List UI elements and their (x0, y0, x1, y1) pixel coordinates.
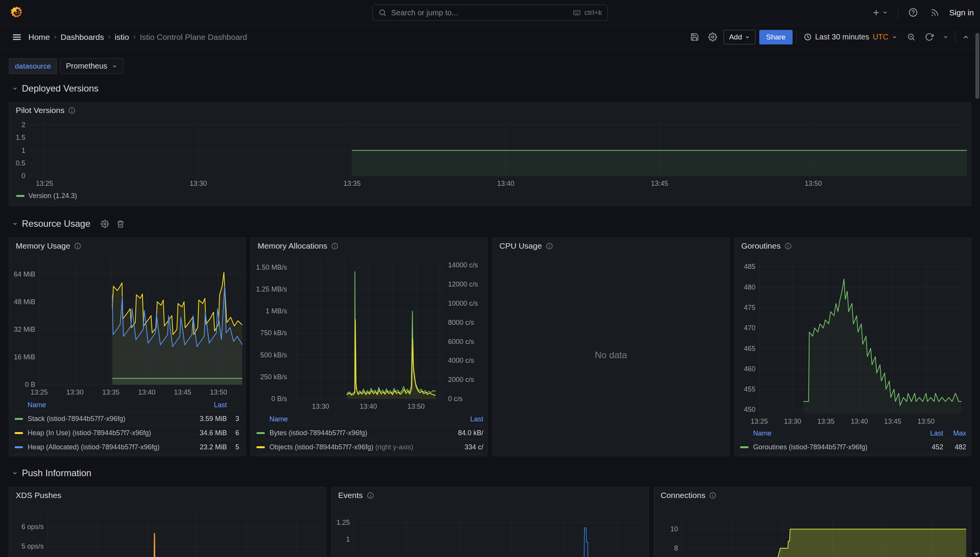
scrollbar-down-arrow[interactable] (974, 553, 979, 556)
legend-swatch (15, 432, 23, 434)
legend-header: NameLast (256, 413, 483, 426)
svg-text:250 kB/s: 250 kB/s (260, 373, 287, 381)
row-delete-button[interactable] (115, 219, 126, 229)
refresh-button[interactable] (922, 30, 936, 44)
panel-header[interactable]: CPU Usage (493, 238, 729, 254)
time-range-picker[interactable]: Last 30 minutes UTC (801, 30, 900, 44)
info-icon[interactable] (709, 492, 716, 499)
collapse-toolbar-button[interactable] (959, 31, 972, 44)
svg-text:13:30: 13:30 (784, 418, 801, 425)
legend-item[interactable]: Heap (Allocated) (istiod-78944b57f7-x96f… (15, 440, 241, 454)
section-resource-usage[interactable]: Resource Usage (9, 218, 971, 229)
variable-label: datasource (9, 58, 57, 74)
info-icon[interactable] (68, 107, 76, 114)
svg-text:48 MiB: 48 MiB (14, 298, 35, 306)
info-icon[interactable] (785, 242, 792, 250)
legend-item[interactable]: Bytes (istiod-78944b57f7-x96fg)84.0 kB/ (256, 426, 483, 440)
svg-text:0 B: 0 B (25, 381, 35, 388)
legend-last-value: 452 (910, 443, 943, 451)
chevron-down-icon (112, 64, 117, 69)
pilot-versions-legend[interactable]: Version (1.24.3) (9, 189, 971, 206)
legend-swatch (15, 446, 23, 448)
chevron-down-icon (12, 85, 18, 92)
panel-header[interactable]: Events (332, 487, 648, 503)
panel-memory-allocations: Memory Allocations 13:3013:4013:501.50 M… (251, 238, 488, 456)
svg-text:13:25: 13:25 (750, 418, 768, 425)
top-nav: Search or jump to... ctrl+k (0, 0, 980, 25)
datasource-select[interactable]: Prometheus (60, 58, 123, 74)
svg-text:1: 1 (346, 536, 350, 543)
panel-header[interactable]: Memory Usage (9, 238, 245, 254)
section-deployed-versions[interactable]: Deployed Versions (9, 83, 971, 94)
panel-header[interactable]: Goroutines (735, 238, 971, 254)
save-dashboard-button[interactable] (688, 30, 702, 44)
grafana-logo[interactable] (10, 6, 24, 20)
refresh-interval-button[interactable] (940, 31, 951, 43)
panel-header[interactable]: Pilot Versions (9, 103, 971, 118)
time-range-label: Last 30 minutes (815, 33, 869, 41)
goroutines-legend: NameLastMaxGoroutines (istiod-78944b57f7… (735, 427, 971, 456)
svg-text:13:40: 13:40 (138, 388, 155, 396)
connections-chart[interactable]: 13:2513:3013:3513:4013:4513:50108 (654, 503, 971, 557)
svg-text:13:25: 13:25 (30, 388, 48, 396)
dashboard-settings-button[interactable] (706, 30, 720, 44)
memory-usage-legend: NameLastStack (istiod-78944b57f7-x96fg)3… (9, 398, 245, 456)
add-panel-button[interactable]: Add (724, 30, 755, 44)
svg-text:2: 2 (21, 121, 25, 129)
events-chart[interactable]: 13:2513:3013:3513:4013:4513:501.251 (332, 503, 648, 557)
breadcrumb-home[interactable]: Home (28, 33, 50, 42)
search-placeholder: Search or jump to... (391, 8, 568, 17)
legend-label: Version (1.24.3) (28, 192, 77, 200)
memory-allocations-chart[interactable]: 13:3013:4013:501.50 MB/s1.25 MB/s1 MB/s7… (251, 254, 487, 413)
legend-item[interactable]: Goroutines (istiod-78944b57f7-x96fg)4524… (740, 440, 967, 454)
resource-usage-row: Memory Usage 13:2513:3013:3513:4013:4513… (9, 238, 971, 456)
section-push-information[interactable]: Push Information (9, 468, 971, 478)
svg-text:13:25: 13:25 (36, 180, 53, 187)
news-button[interactable] (928, 6, 942, 20)
share-button[interactable]: Share (759, 30, 793, 44)
section-title: Push Information (22, 468, 91, 478)
xds-pushes-chart[interactable]: 13:2513:3013:3513:4013:4513:506 ops/s5 o… (9, 503, 326, 557)
legend-item[interactable]: Objects (istiod-78944b57f7-x96fg) (right… (256, 440, 483, 454)
pilot-versions-chart[interactable]: 13:2513:3013:3513:4013:4513:5021.510.50 (9, 118, 971, 189)
svg-text:8000 c/s: 8000 c/s (448, 319, 474, 326)
help-icon (908, 8, 918, 17)
legend-item[interactable]: Stack (istiod-78944b57f7-x96fg)3.59 MiB3 (15, 412, 241, 426)
zoom-out-time-button[interactable] (904, 30, 918, 44)
scrollbar-track[interactable] (975, 28, 980, 557)
svg-text:0: 0 (21, 172, 25, 180)
svg-text:13:35: 13:35 (102, 388, 120, 396)
svg-text:6000 c/s: 6000 c/s (448, 338, 474, 346)
svg-text:0 c/s: 0 c/s (448, 395, 463, 403)
mega-menu-button[interactable] (9, 29, 25, 45)
new-menu-button[interactable] (869, 6, 890, 20)
breadcrumb-istio[interactable]: istio (115, 33, 129, 42)
row-settings-button[interactable] (100, 219, 110, 229)
help-button[interactable] (906, 5, 920, 20)
panel-header[interactable]: Memory Allocations (251, 238, 487, 254)
svg-text:10000 c/s: 10000 c/s (448, 300, 478, 307)
legend-item[interactable]: Heap (In Use) (istiod-78944b57f7-x96fg)3… (15, 426, 241, 440)
info-icon[interactable] (331, 242, 338, 250)
breadcrumb-dashboards[interactable]: Dashboards (61, 33, 104, 42)
svg-text:13:35: 13:35 (817, 418, 835, 425)
memory-usage-chart[interactable]: 13:2513:3013:3513:4013:4513:5064 MiB48 M… (9, 254, 245, 398)
search-input[interactable]: Search or jump to... ctrl+k (373, 5, 608, 21)
info-icon[interactable] (74, 242, 81, 250)
scrollbar-thumb[interactable] (975, 33, 979, 99)
info-icon[interactable] (367, 492, 374, 499)
panel-title: Pilot Versions (16, 106, 64, 115)
goroutines-chart[interactable]: 13:2513:3013:3513:4013:4513:504854804754… (735, 254, 971, 427)
panel-title: Events (338, 491, 363, 500)
zoom-out-icon (907, 33, 916, 41)
plus-icon (872, 8, 881, 17)
trash-icon (117, 220, 125, 228)
panel-header[interactable]: XDS Pushes (9, 487, 326, 503)
sign-in-button[interactable]: Sign in (949, 8, 974, 17)
svg-text:13:40: 13:40 (497, 180, 514, 187)
svg-text:5 ops/s: 5 ops/s (21, 542, 44, 550)
panel-header[interactable]: Connections (654, 487, 971, 503)
template-variables: datasource Prometheus (9, 58, 971, 74)
svg-text:13:40: 13:40 (851, 418, 868, 425)
info-icon[interactable] (546, 242, 553, 250)
